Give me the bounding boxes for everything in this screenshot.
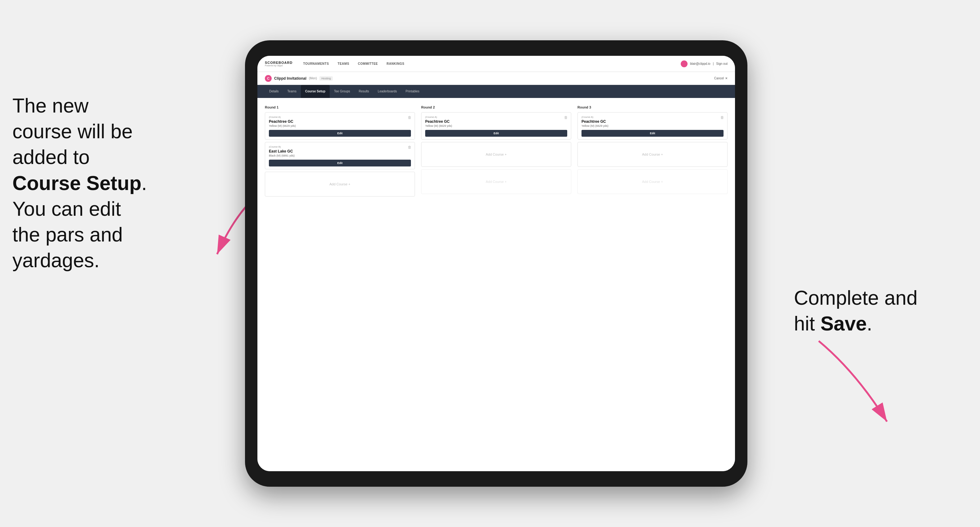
round2-course-a-tag: (Course A) [425,116,567,118]
annotation-line5: You can edit [13,198,121,220]
round3-add-course-disabled: Add Course + [578,169,727,194]
round1-add-course-label: Add Course + [329,182,350,186]
tab-printables[interactable]: Printables [401,85,424,98]
c-logo: C [265,75,272,82]
tab-teams[interactable]: Teams [283,85,301,98]
tablet-screen: SCOREBOARD Powered by clippd TOURNAMENTS… [258,56,735,471]
round3-course-a-tag: (Course A) [581,116,724,118]
tournament-title: Clippd Invitational [274,76,306,81]
tab-results[interactable]: Results [355,85,373,98]
annotation-right: Complete and hit Save. [794,285,943,337]
round-2-col: Round 2 🗑 (Course A) Peachtree GC Yellow… [421,105,571,199]
round-3-label: Round 3 [578,105,727,109]
round1-course-b-name: East Lake GC [269,149,411,154]
round1-course-b-delete-icon[interactable]: 🗑 [407,145,412,150]
tab-bar: Details Teams Course Setup Tee Groups Re… [258,85,735,98]
annotation-line2: course will be [13,120,133,143]
annotation-right-line1: Complete and [794,287,917,309]
annotation-line7: yardages. [13,249,100,271]
annotation-line1: The new [13,95,88,117]
annotation-line3: added to [13,146,90,168]
round1-course-a-delete-icon[interactable]: 🗑 [407,115,412,120]
nav-committee[interactable]: COMMITTEE [353,56,382,72]
tab-leaderboards[interactable]: Leaderboards [373,85,401,98]
round1-course-a-tag: (Course A) [269,116,411,118]
round3-course-a-delete-icon[interactable]: 🗑 [720,115,725,120]
hosting-badge: Hosting [320,76,333,81]
tournament-gender: (Men) [309,76,317,80]
round2-add-course-button[interactable]: Add Course + [421,142,571,167]
round3-add-course-disabled-label: Add Course + [642,180,663,184]
annotation-left: The new course will be added to Course S… [13,93,192,273]
annotation-line4-bold: Course Setup [13,172,142,194]
nav-rankings[interactable]: RANKINGS [382,56,409,72]
cancel-label: Cancel [714,76,724,80]
cancel-button[interactable]: Cancel ✕ [714,76,727,80]
rounds-container: Round 1 🗑 (Course A) Peachtree GC Yellow… [265,105,727,199]
sign-out-link[interactable]: Sign out [716,62,727,65]
round-2-label: Round 2 [421,105,571,109]
round3-course-a-details: Yellow (M) (6629 yds) [581,124,724,127]
round1-course-b-details: Black (M) (6891 yds) [269,154,411,157]
round3-add-course-label: Add Course + [642,152,663,156]
round2-add-course-label: Add Course + [486,152,507,156]
round2-course-a-name: Peachtree GC [425,119,567,124]
round3-course-a-name: Peachtree GC [581,119,724,124]
top-nav: SCOREBOARD Powered by clippd TOURNAMENTS… [258,56,735,72]
tournament-name-wrap: C Clippd Invitational (Men) Hosting [265,75,333,82]
round1-course-b-tag: (Course B) [269,145,411,148]
user-avatar [681,60,687,67]
annotation-right-bold: Save [820,313,867,335]
nav-right: blair@clippd.io | Sign out [681,60,727,67]
arrow-right-icon [794,335,899,434]
round1-course-a-details: Yellow (M) (6629 yds) [269,124,411,127]
round1-course-b-edit-button[interactable]: Edit [269,160,411,167]
nav-separator: | [713,62,714,65]
tablet-device: SCOREBOARD Powered by clippd TOURNAMENTS… [245,40,748,487]
tournament-bar: C Clippd Invitational (Men) Hosting Canc… [258,72,735,85]
round-1-label: Round 1 [265,105,415,109]
tab-course-setup[interactable]: Course Setup [301,85,330,98]
tab-tee-groups[interactable]: Tee Groups [330,85,355,98]
round2-course-a-card: 🗑 (Course A) Peachtree GC Yellow (M) (66… [421,112,571,140]
main-content: Round 1 🗑 (Course A) Peachtree GC Yellow… [258,98,735,471]
round2-course-a-delete-icon[interactable]: 🗑 [563,115,568,120]
logo-sub: Powered by clippd [265,65,293,67]
annotation-right-line2: hit [794,313,820,335]
nav-tournaments[interactable]: TOURNAMENTS [299,56,333,72]
round1-add-course-button[interactable]: Add Course + [265,172,415,197]
round3-add-course-button[interactable]: Add Course + [578,142,727,167]
round1-course-a-edit-button[interactable]: Edit [269,130,411,137]
round2-add-course-disabled-label: Add Course + [486,180,507,184]
round1-course-a-name: Peachtree GC [269,119,411,124]
logo-title: SCOREBOARD [265,61,293,65]
tab-details[interactable]: Details [265,85,283,98]
round1-course-b-card: 🗑 (Course B) East Lake GC Black (M) (689… [265,142,415,169]
round3-course-a-card: 🗑 (Course A) Peachtree GC Yellow (M) (66… [578,112,727,140]
user-email: blair@clippd.io [690,62,711,65]
nav-items: TOURNAMENTS TEAMS COMMITTEE RANKINGS [299,56,681,72]
round2-course-a-details: Yellow (M) (6629 yds) [425,124,567,127]
round2-add-course-disabled: Add Course + [421,169,571,194]
cancel-x-icon: ✕ [725,76,727,80]
round2-course-a-edit-button[interactable]: Edit [425,130,567,137]
round-1-col: Round 1 🗑 (Course A) Peachtree GC Yellow… [265,105,415,199]
round3-course-a-edit-button[interactable]: Edit [581,130,724,137]
nav-teams[interactable]: TEAMS [333,56,354,72]
scoreboard-logo: SCOREBOARD Powered by clippd [265,61,293,67]
round1-course-a-card: 🗑 (Course A) Peachtree GC Yellow (M) (66… [265,112,415,140]
annotation-line6: the pars and [13,224,123,246]
round-3-col: Round 3 🗑 (Course A) Peachtree GC Yellow… [578,105,727,199]
